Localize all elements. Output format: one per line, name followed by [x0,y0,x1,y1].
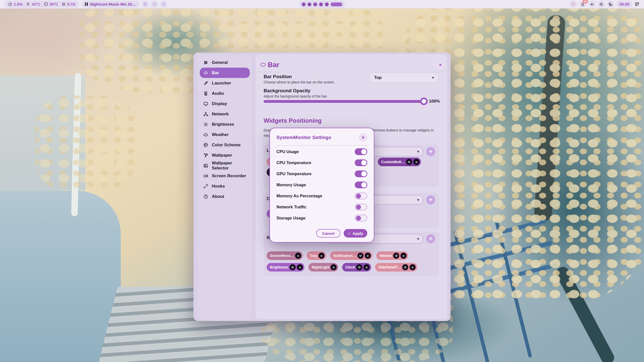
workspace-active[interactable] [331,3,342,6]
dashboard-icon[interactable] [635,2,639,7]
toggle-label: Network Traffic [276,205,306,209]
brightness-button[interactable] [598,1,605,8]
sliders-icon [203,60,208,65]
add-widget-button[interactable]: + [426,234,435,243]
add-widget-button[interactable]: + [426,195,435,204]
widget-chip-notification[interactable]: Notification…⚙× [330,251,372,260]
like-button[interactable] [160,1,167,8]
toggle-label: Storage Usage [276,216,306,220]
toggle-switch-cpu-temperature[interactable] [355,159,367,166]
audio-icon [203,91,208,96]
widget-chip-screenreco[interactable]: ScreenReco…× [267,251,303,260]
image-icon [203,163,208,168]
notifications-button[interactable]: 10 [579,1,586,8]
close-icon[interactable]: × [413,159,419,165]
sidebar-item-wallpaper[interactable]: Wallpaper [200,150,250,160]
close-icon[interactable]: × [365,253,371,259]
sidebar-item-weather[interactable]: Weather [200,129,250,140]
toggle-label: GPU Temperature [276,171,311,176]
close-icon[interactable]: × [295,253,301,259]
close-icon[interactable]: × [331,264,337,270]
system-stats-pill[interactable]: 1.8% 43°C 38°C 9.7G [5,1,79,8]
widget-chip-label: CustomButt… [381,160,405,164]
close-icon[interactable]: × [410,264,416,270]
workspace-dot[interactable] [325,3,329,6]
gear-icon[interactable]: ⚙ [393,253,399,259]
widget-chip-nightlight[interactable]: NightLight× [308,263,338,272]
widget-chip-sidepanelt[interactable]: SidePanelT…⚙× [375,263,417,272]
workspace-dot[interactable] [313,3,317,6]
widget-chip-clock[interactable]: Clock⚙× [342,263,371,272]
workspace-dot[interactable] [302,3,306,6]
sidebar: GeneralBarLauncherAudioDisplayNetworkBri… [198,54,252,319]
sidebar-item-brightness[interactable]: Brightness [200,119,250,129]
skull-button[interactable] [142,1,148,8]
add-widget-button[interactable]: + [426,147,435,156]
toggle-switch-gpu-temperature[interactable] [355,170,367,177]
background-opacity-slider[interactable] [264,100,426,103]
volume-button[interactable] [589,1,595,8]
clock[interactable]: 00:28 [617,1,632,8]
sidebar-item-launcher[interactable]: Launcher [200,78,250,88]
toggle-switch-network-traffic[interactable] [355,204,367,210]
apply-button-label: Apply [352,231,363,236]
sidebar-item-display[interactable]: Display [200,99,250,109]
sidebar-item-about[interactable]: About [200,191,250,202]
widget-chip-row: ScreenReco…×Tray×Notification…⚙×Volume⚙× [267,251,408,260]
workspace-dot[interactable] [308,3,311,6]
close-icon[interactable]: × [297,264,303,270]
sidebar-item-hooks[interactable]: Hooks [200,181,250,191]
updates-button[interactable] [570,1,577,8]
favorite-button[interactable] [151,1,158,8]
slider-handle[interactable] [420,98,428,105]
network-icon [203,112,208,117]
toggle-switch-storage-usage[interactable] [355,215,367,221]
bar-position-select[interactable]: Top ▾ [370,73,438,82]
workspace-indicator[interactable] [299,1,345,8]
widget-chip-tray[interactable]: Tray× [307,251,326,260]
toggle-knob [361,171,367,176]
media-player-pill[interactable]: Nightcore Music Mix 20… [82,1,139,8]
sidebar-item-wallpaper-selector[interactable]: Wallpaper Selector [200,160,250,171]
palette-icon [203,143,208,148]
close-icon[interactable]: × [400,253,407,259]
apply-button[interactable]: ✓ Apply [344,229,367,238]
divider [276,145,367,146]
updates-icon [571,2,575,6]
gear-icon[interactable]: ⚙ [406,159,412,165]
close-icon[interactable]: × [364,264,370,270]
toggle-switch-memory-usage[interactable] [355,182,367,188]
cpu-usage-stat: 1.8% [8,2,22,6]
sidebar-item-label: About [212,194,224,199]
video-icon [203,173,208,178]
toggle-switch-memory-as-percentage[interactable] [355,193,367,199]
sidebar-item-general[interactable]: General [200,57,250,68]
widget-chip-volume[interactable]: Volume⚙× [376,251,408,260]
sidebar-item-color-scheme[interactable]: Color Scheme [200,140,250,150]
roller-icon [203,153,208,158]
close-modal-button[interactable]: × [359,133,367,142]
close-icon[interactable]: × [318,253,325,259]
sidebar-item-network[interactable]: Network [200,109,250,119]
toggle-switch-cpu-usage[interactable] [355,148,367,155]
widget-chip-brightness[interactable]: Brightness⚙× [267,263,304,272]
widget-chip-custombutt[interactable]: CustomButt…⚙× [378,158,421,166]
gear-icon[interactable]: ⚙ [357,253,364,259]
background-opacity-label: Background Opacity [264,88,310,94]
widgets-positioning-title: Widgets Positioning [264,117,321,124]
night-light-button[interactable] [607,1,614,8]
sidebar-item-label: Color Scheme [212,143,240,148]
divider [256,72,447,72]
cancel-button[interactable]: Cancel [316,229,340,238]
gear-icon[interactable]: ⚙ [356,264,362,270]
gear-icon[interactable]: ⚙ [290,264,296,270]
modal-header: SystemMonitor Settings × [276,133,367,142]
clock-time: 00:28 [620,2,629,6]
close-panel-button[interactable]: × [436,60,445,69]
bar-position-value: Top [374,75,382,80]
sidebar-item-audio[interactable]: Audio [200,88,250,99]
workspace-dot[interactable] [319,3,323,6]
sidebar-item-bar[interactable]: Bar [200,68,250,78]
gear-icon[interactable]: ⚙ [402,264,408,270]
sidebar-item-screen-recorder[interactable]: Screen Recorder [200,171,250,181]
